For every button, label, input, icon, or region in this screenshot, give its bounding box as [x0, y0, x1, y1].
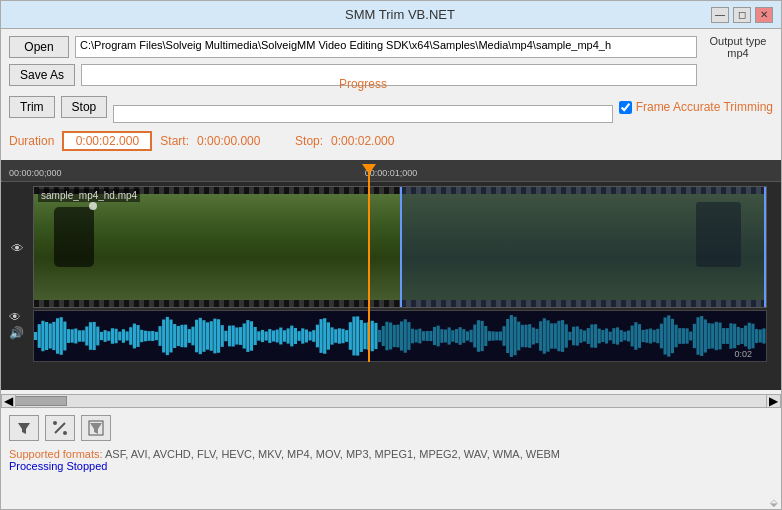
track-container: 👁 sample_mp4_hd.mp4 [1, 186, 781, 362]
progress-wrapper: Progress [113, 91, 612, 123]
processing-status: Processing Stopped [9, 460, 773, 472]
filter-icon [16, 420, 32, 436]
open-row: Open C:\Program Files\Solveig Multimedia… [9, 35, 773, 59]
stop-button[interactable]: Stop [61, 96, 108, 118]
audio-eye-icon[interactable]: 👁 [9, 310, 21, 324]
supported-formats-row: Supported formats: ASF, AVI, AVCHD, FLV,… [9, 448, 773, 460]
frame-accurate-group: Frame Accurate Trimming [619, 100, 773, 114]
bottom-toolbar [1, 410, 781, 446]
audio-speaker-icon[interactable]: 🔊 [9, 326, 24, 340]
progress-label: Progress [339, 77, 387, 91]
ruler-ticks-svg [1, 160, 781, 182]
output-type-display: Output type mp4 [703, 35, 773, 59]
svg-line-4 [55, 423, 65, 433]
frame-accurate-checkbox[interactable] [619, 101, 632, 114]
save-as-row: Save As [9, 64, 773, 86]
rider-silhouette [54, 207, 94, 267]
output-type-value: mp4 [703, 47, 773, 59]
trim-stop-group: Trim Stop [9, 96, 107, 118]
svg-point-6 [63, 431, 67, 435]
highlight-dot [89, 202, 97, 210]
window-title: SMM Trim VB.NET [89, 7, 711, 22]
waveform-canvas [34, 311, 766, 361]
selection-overlay [400, 187, 766, 307]
minimize-button[interactable]: — [711, 7, 729, 23]
title-bar: SMM Trim VB.NET — ◻ ✕ [1, 1, 781, 29]
trim-stop-row: Trim Stop Progress Frame Accurate Trimmi… [9, 91, 773, 123]
frame-left [34, 187, 400, 307]
formats-list: ASF, AVI, AVCHD, FLV, HEVC, MKV, MP4, MO… [105, 448, 560, 460]
save-as-button[interactable]: Save As [9, 64, 75, 86]
restore-button[interactable]: ◻ [733, 7, 751, 23]
horizontal-scrollbar[interactable]: ▶ ◀ [1, 394, 781, 408]
formats-label: Supported formats: [9, 448, 103, 460]
time-marker-0002: 0:02 [734, 349, 752, 359]
file-path-input[interactable]: C:\Program Files\Solveig Multimedia\Solv… [75, 36, 697, 58]
save-path-input[interactable] [81, 64, 697, 86]
output-type-label: Output type [703, 35, 773, 47]
open-button[interactable]: Open [9, 36, 69, 58]
trim-button[interactable]: Trim [9, 96, 55, 118]
video-track[interactable]: sample_mp4_hd.mp4 [33, 186, 767, 308]
svg-marker-7 [90, 423, 102, 434]
timeline-area[interactable]: 00:00:00;000 00:00:01;000 👁 sample_mp4_h… [1, 160, 781, 390]
filter2-icon [88, 420, 104, 436]
scrollbar-left-arrow[interactable]: ◀ [2, 395, 16, 407]
stop-label: Stop: [295, 134, 323, 148]
status-bar: Supported formats: ASF, AVI, AVCHD, FLV,… [1, 446, 781, 474]
svg-marker-3 [18, 423, 30, 434]
audio-track[interactable]: // Will be rendered via inline SVG eleme… [33, 310, 767, 362]
tool-btn-2[interactable] [45, 415, 75, 441]
track-label: sample_mp4_hd.mp4 [38, 189, 140, 202]
duration-row: Duration 0:00:02.000 Start: 0:00:00.000 … [9, 128, 773, 154]
progress-bar [113, 105, 612, 123]
tool-btn-3[interactable] [81, 415, 111, 441]
frame-accurate-label: Frame Accurate Trimming [636, 100, 773, 114]
start-value: 0:00:00.000 [197, 134, 287, 148]
main-content: Open C:\Program Files\Solveig Multimedia… [1, 29, 781, 160]
scrollbar-right-arrow[interactable]: ▶ [766, 395, 780, 407]
tool-btn-1[interactable] [9, 415, 39, 441]
svg-point-5 [53, 421, 57, 425]
resize-handle[interactable]: ⬙ [770, 497, 778, 508]
scissors-icon [52, 420, 68, 436]
playhead-marker [362, 164, 376, 174]
window-controls: — ◻ ✕ [711, 7, 773, 23]
scrollbar-thumb[interactable] [7, 396, 67, 406]
video-eye-icon[interactable]: 👁 [11, 241, 24, 256]
duration-value[interactable]: 0:00:02.000 [62, 131, 152, 151]
stop-value: 0:00:02.000 [331, 134, 421, 148]
start-label: Start: [160, 134, 189, 148]
filmstrip-bottom-left [34, 300, 400, 307]
close-button[interactable]: ✕ [755, 7, 773, 23]
duration-label: Duration [9, 134, 54, 148]
timeline-ruler: 00:00:00;000 00:00:01;000 [1, 160, 781, 182]
playhead-line [368, 164, 370, 362]
